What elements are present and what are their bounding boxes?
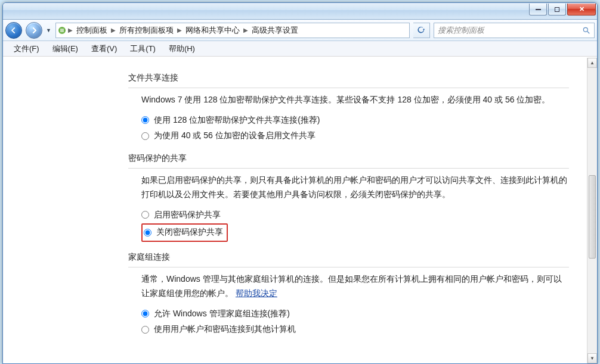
- breadcrumb-sep: ▶: [242, 27, 249, 33]
- menubar: 文件(F) 编辑(E) 查看(V) 工具(T) 帮助(H): [3, 41, 597, 57]
- navbar: ▼ ▶ 控制面板 ▶ 所有控制面板项 ▶ 网络和共享中心 ▶ 高级共享设置 搜索…: [3, 20, 597, 41]
- window-controls: ✕: [529, 3, 596, 15]
- radio-windows-manage-input[interactable]: [141, 310, 149, 318]
- radio-windows-manage[interactable]: 允许 Windows 管理家庭组连接(推荐): [141, 307, 569, 321]
- section-divider: [128, 168, 569, 169]
- help-me-decide-link[interactable]: 帮助我决定: [236, 288, 277, 298]
- radio-disable-password[interactable]: 关闭密码保护共享: [144, 225, 223, 239]
- svg-line-3: [587, 31, 590, 33]
- section-title-homegroup: 家庭组连接: [128, 250, 569, 265]
- menu-edit[interactable]: 编辑(E): [47, 42, 84, 56]
- refresh-button[interactable]: [413, 23, 430, 38]
- history-dropdown[interactable]: ▼: [46, 27, 52, 33]
- maximize-icon: [555, 7, 559, 12]
- back-button[interactable]: [5, 22, 22, 39]
- scroll-down-button[interactable]: ▼: [587, 353, 597, 363]
- section-divider: [128, 267, 569, 267]
- scroll-thumb[interactable]: [589, 175, 596, 259]
- homegroup-desc-text: 通常，Windows 管理与其他家庭组计算机的连接。但是如果您在所有计算机上拥有…: [141, 274, 562, 298]
- radio-disable-password-input[interactable]: [144, 229, 151, 237]
- breadcrumb-control-panel[interactable]: 控制面板: [74, 23, 110, 38]
- close-icon: ✕: [579, 5, 584, 13]
- breadcrumb-network-center[interactable]: 网络和共享中心: [183, 23, 242, 38]
- minimize-icon: [536, 9, 541, 10]
- menu-tools[interactable]: 工具(T): [124, 42, 162, 56]
- scroll-track[interactable]: [587, 68, 597, 353]
- explorer-window: ✕ ▼ ▶ 控制面板 ▶ 所有控制面板项 ▶ 网络和共享中心 ▶ 高级共享设置: [2, 2, 598, 364]
- control-panel-icon: [57, 26, 67, 35]
- menu-help[interactable]: 帮助(H): [163, 42, 201, 56]
- radio-disable-password-label: 关闭密码保护共享: [156, 225, 223, 239]
- homegroup-options: 允许 Windows 管理家庭组连接(推荐) 使用用户帐户和密码连接到其他计算机: [128, 307, 569, 337]
- homegroup-desc: 通常，Windows 管理与其他家庭组计算机的连接。但是如果您在所有计算机上拥有…: [128, 272, 569, 301]
- breadcrumb-sep: ▶: [110, 27, 117, 33]
- menu-view[interactable]: 查看(V): [85, 42, 123, 56]
- file-sharing-options: 使用 128 位加密帮助保护文件共享连接(推荐) 为使用 40 或 56 位加密…: [128, 113, 569, 144]
- radio-40-56bit-label: 为使用 40 或 56 位加密的设备启用文件共享: [154, 129, 316, 143]
- radio-use-account-label: 使用用户帐户和密码连接到其他计算机: [154, 322, 296, 337]
- forward-button[interactable]: [26, 22, 42, 39]
- forward-arrow-icon: [30, 26, 38, 35]
- breadcrumb-sep: ▶: [67, 27, 74, 33]
- password-options: 启用密码保护共享 关闭密码保护共享: [128, 208, 569, 242]
- maximize-button[interactable]: [548, 4, 566, 15]
- scroll-up-button[interactable]: ▲: [587, 58, 597, 68]
- radio-use-account-input[interactable]: [141, 326, 149, 334]
- section-divider: [128, 88, 569, 88]
- left-gutter: [3, 58, 122, 363]
- minimize-button[interactable]: [529, 4, 547, 15]
- radio-40-56bit[interactable]: 为使用 40 或 56 位加密的设备启用文件共享: [141, 129, 569, 143]
- radio-128bit[interactable]: 使用 128 位加密帮助保护文件共享连接(推荐): [141, 113, 569, 127]
- refresh-icon: [417, 26, 426, 35]
- file-sharing-desc: Windows 7 使用 128 位加密帮助保护文件共享连接。某些设备不支持 1…: [128, 93, 569, 107]
- search-icon: [582, 26, 590, 35]
- password-desc: 如果已启用密码保护的共享，则只有具备此计算机的用户帐户和密码的用户才可以访问共享…: [128, 173, 569, 202]
- radio-windows-manage-label: 允许 Windows 管理家庭组连接(推荐): [154, 307, 290, 321]
- radio-128bit-input[interactable]: [141, 116, 149, 124]
- breadcrumb-all-items[interactable]: 所有控制面板项: [117, 23, 176, 38]
- radio-enable-password[interactable]: 启用密码保护共享: [141, 208, 569, 222]
- search-input[interactable]: 搜索控制面板: [434, 23, 595, 38]
- radio-enable-password-input[interactable]: [141, 211, 149, 219]
- svg-rect-1: [60, 29, 64, 32]
- vertical-scrollbar[interactable]: ▲ ▼: [587, 58, 597, 363]
- menu-file[interactable]: 文件(F): [8, 42, 45, 56]
- radio-40-56bit-input[interactable]: [141, 132, 149, 140]
- content-wrap: 文件共享连接 Windows 7 使用 128 位加密帮助保护文件共享连接。某些…: [3, 58, 597, 363]
- section-title-file-sharing: 文件共享连接: [128, 71, 569, 85]
- content-pane: 文件共享连接 Windows 7 使用 128 位加密帮助保护文件共享连接。某些…: [122, 58, 587, 363]
- svg-point-2: [583, 27, 587, 32]
- breadcrumb-advanced-sharing[interactable]: 高级共享设置: [249, 23, 301, 38]
- radio-use-account[interactable]: 使用用户帐户和密码连接到其他计算机: [141, 322, 569, 337]
- back-arrow-icon: [10, 26, 18, 35]
- close-button[interactable]: ✕: [567, 4, 596, 15]
- radio-128bit-label: 使用 128 位加密帮助保护文件共享连接(推荐): [154, 113, 320, 127]
- titlebar: ✕: [3, 3, 597, 20]
- section-title-password: 密码保护的共享: [128, 151, 569, 166]
- breadcrumb-sep: ▶: [176, 27, 183, 33]
- radio-enable-password-label: 启用密码保护共享: [154, 208, 221, 222]
- highlighted-option: 关闭密码保护共享: [141, 223, 228, 242]
- address-bar[interactable]: ▶ 控制面板 ▶ 所有控制面板项 ▶ 网络和共享中心 ▶ 高级共享设置: [55, 23, 410, 38]
- search-placeholder: 搜索控制面板: [438, 25, 484, 36]
